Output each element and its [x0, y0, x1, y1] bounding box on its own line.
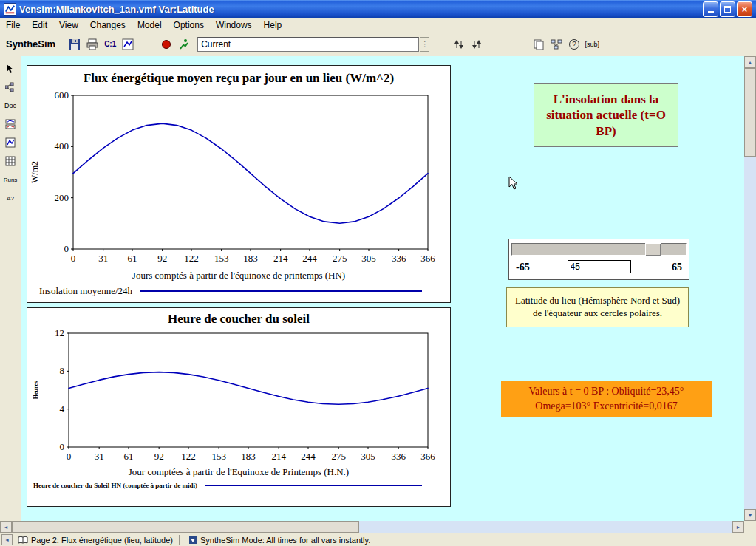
previous-page-button[interactable]: ◄ — [1, 534, 13, 545]
maximize-icon — [724, 6, 731, 13]
main-toolbar: SyntheSim C:1 — [0, 33, 756, 55]
svg-text:92: 92 — [154, 451, 164, 462]
document-tool[interactable]: Doc — [1, 98, 19, 114]
copy-output-button[interactable] — [531, 36, 547, 52]
svg-text:61: 61 — [124, 451, 134, 462]
menu-help[interactable]: Help — [258, 18, 288, 32]
runner-icon — [178, 38, 190, 50]
menu-file[interactable]: File — [0, 18, 26, 32]
svg-text:?: ? — [572, 41, 576, 49]
vertical-scroll-thumb[interactable] — [744, 68, 756, 157]
sunset-chart-title: Heure de coucher du soleil — [27, 308, 450, 329]
horizontal-scroll-thumb[interactable] — [12, 521, 359, 533]
close-icon: × — [742, 4, 748, 15]
dataset-combo-value: Current — [201, 39, 231, 50]
arrows-up-down-icon — [453, 38, 465, 50]
insolation-title-box: L'insolation dans la situation actuelle … — [534, 83, 678, 147]
svg-text:153: 153 — [211, 451, 226, 462]
print-button[interactable] — [84, 36, 101, 52]
svg-text:600: 600 — [55, 89, 69, 100]
svg-text:92: 92 — [157, 253, 167, 264]
svg-text:183: 183 — [241, 451, 256, 462]
status-page-label: Page 2: Flux énergétique (lieu, latitude… — [31, 536, 173, 545]
flux-legend-label: Insolation moyenne/24h — [39, 285, 132, 297]
menu-model[interactable]: Model — [132, 18, 168, 32]
svg-text:0: 0 — [67, 451, 72, 462]
menu-options[interactable]: Options — [168, 18, 210, 32]
table-icon — [5, 156, 16, 166]
vensim-app-icon — [4, 3, 16, 16]
graph-icon — [5, 137, 16, 148]
delta-compare-tool[interactable]: Δ? — [1, 190, 19, 206]
svg-text:244: 244 — [301, 451, 316, 462]
globe-help-icon: ? — [568, 38, 580, 50]
dataset-combo-menu-button[interactable]: ⋮ — [420, 37, 429, 52]
maximize-button[interactable] — [720, 1, 735, 17]
latitude-slider-widget: -65 65 — [508, 239, 689, 280]
latitude-slider-thumb[interactable] — [645, 243, 661, 256]
adjust-up-down-button-1[interactable] — [451, 36, 467, 52]
adjust-up-down-button-2[interactable] — [469, 36, 485, 52]
menu-view[interactable]: View — [53, 18, 84, 32]
network-tool-button[interactable] — [548, 36, 565, 52]
sunset-legend-label: Heure de coucher du Soleil HN (comptée à… — [33, 482, 197, 489]
causes-strip-tool[interactable] — [1, 116, 19, 132]
flux-chart-xlabel: Jours comptés à partir de l'équinoxe de … — [27, 270, 450, 283]
orbital-values-box: Valeurs à t = 0 BP : Obliquité=23,45° Om… — [501, 381, 712, 417]
orbital-values-line2: Omega=103° Excentricité=0,0167 — [535, 399, 677, 414]
runs-compare-tool[interactable]: Runs — [1, 171, 19, 188]
synthesim-run-button[interactable] — [176, 36, 192, 52]
latitude-slider-track[interactable] — [511, 243, 687, 256]
latitude-value-input[interactable] — [568, 260, 631, 273]
causes-tree-tool[interactable] — [1, 79, 19, 95]
output-graph-button[interactable] — [120, 36, 136, 52]
graph-tool[interactable] — [1, 134, 19, 151]
sunset-chart-legend: Heure de coucher du Soleil HN (comptée à… — [27, 480, 450, 491]
horizontal-scrollbar[interactable]: ◄ ► — [0, 521, 744, 533]
dataset-combo[interactable]: Current — [197, 37, 419, 52]
scroll-left-button[interactable]: ◄ — [0, 521, 12, 533]
vertical-scrollbar[interactable]: ▲ ▼ — [744, 56, 756, 521]
table-tool[interactable] — [1, 153, 19, 169]
scroll-right-button[interactable]: ► — [732, 521, 744, 533]
slider-min-label: -65 — [516, 262, 530, 273]
svg-text:153: 153 — [214, 253, 229, 264]
doc-tool-label: Doc — [4, 102, 16, 109]
copy-pages-icon — [533, 38, 545, 50]
svg-text:366: 366 — [420, 253, 435, 264]
lock-pointer-tool[interactable] — [1, 61, 19, 77]
scroll-right-icon: ► — [736, 525, 741, 530]
scroll-up-button[interactable]: ▲ — [744, 56, 756, 68]
status-mode-label: SyntheSim Mode: All times for all vars i… — [200, 536, 370, 545]
svg-text:214: 214 — [273, 253, 288, 264]
svg-text:12: 12 — [55, 329, 64, 338]
subscript-button[interactable]: [sub] — [584, 36, 600, 52]
menu-windows[interactable]: Windows — [210, 18, 258, 32]
latitude-note-text: Latitude du lieu (Hémisphère Nord et Sud… — [513, 295, 682, 320]
flux-chart-title: Flux énergétique moyen reçu par jour en … — [27, 66, 450, 89]
minimize-icon — [708, 11, 714, 13]
svg-text:305: 305 — [361, 253, 376, 264]
svg-text:275: 275 — [331, 451, 346, 462]
flux-chart-panel: Flux énergétique moyen reçu par jour en … — [27, 65, 451, 303]
save-button[interactable] — [67, 36, 83, 52]
close-button[interactable]: × — [737, 1, 752, 17]
scroll-up-icon: ▲ — [748, 60, 753, 65]
svg-text:61: 61 — [128, 253, 137, 264]
stop-simulation-button[interactable] — [158, 36, 174, 52]
sim-setup-button[interactable]: C:1 — [102, 36, 118, 52]
mouse-cursor-icon — [508, 176, 519, 191]
scroll-down-button[interactable]: ▼ — [744, 509, 756, 521]
menu-changes[interactable]: Changes — [84, 18, 132, 32]
synthesim-mode-label: SyntheSim — [6, 38, 55, 50]
menu-edit[interactable]: Edit — [26, 18, 53, 32]
help-globe-button[interactable]: ? — [566, 36, 582, 52]
print-icon — [86, 38, 98, 50]
scroll-down-icon: ▼ — [748, 513, 753, 518]
vertical-dots-icon: ⋮ — [420, 39, 429, 49]
sunset-chart-panel: Heure de coucher du soleil 0316192122153… — [27, 307, 451, 507]
svg-text:122: 122 — [181, 451, 196, 462]
minimize-button[interactable] — [703, 1, 718, 17]
record-red-icon — [160, 38, 172, 50]
svg-text:31: 31 — [98, 253, 108, 264]
